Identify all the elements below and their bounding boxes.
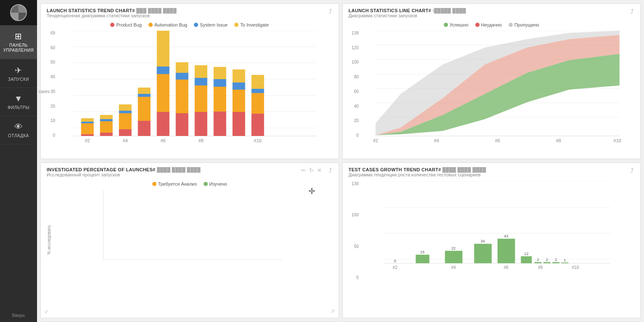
main-content: LAUNCH STATISTICS TREND CHART# ███ ████ … [37,0,644,322]
svg-text:#4: #4 [123,138,128,143]
trend-chart-share-button[interactable]: ⤴ [328,8,333,15]
trend-chart-area: cases [57,31,333,146]
svg-rect-47 [252,75,264,89]
sidebar-item-filters-label: ФИЛЬТРЫ [8,105,29,110]
legend-automation-bug-label: Automation Bug [154,22,187,27]
line-chart-title-muted: t█████ ████ [432,8,466,13]
svg-rect-22 [138,94,151,97]
move-cursor-icon[interactable]: ✛ [308,186,315,196]
line-chart-title: LAUNCH STATISTICS LINE CHART# t█████ ███… [349,8,466,13]
investigated-chart-share-button[interactable]: ⤴ [328,167,333,174]
svg-rect-37 [214,87,226,112]
svg-rect-38 [214,79,226,87]
trend-y-label: cases [39,89,50,94]
svg-rect-28 [176,113,188,136]
legend-system-issue: System Issue [194,22,228,27]
svg-rect-86 [521,256,532,263]
svg-rect-25 [157,74,170,112]
trend-y-axis: 69 60 50 40 30 20 10 0 [47,31,57,146]
sidebar-item-debug[interactable]: 👁 ОТЛАДКА [0,116,37,144]
svg-rect-26 [157,67,170,74]
svg-rect-46 [252,89,264,93]
line-chart-subtitle: Диаграмма статистики запусков [349,13,466,18]
svg-rect-18 [119,111,132,113]
svg-text:#4: #4 [451,265,456,270]
svg-rect-27 [157,31,170,67]
sidebar-back-button[interactable]: Вверх [0,309,37,322]
sidebar-item-filters[interactable]: ▼ ФИЛЬТРЫ [0,88,37,116]
svg-rect-13 [100,121,113,133]
growth-chart-actions: ⤴ [630,167,634,174]
sidebar-item-launches[interactable]: ✈ ЗАПУСКИ [0,59,37,88]
svg-rect-42 [233,82,245,90]
trend-chart-svg: #2 #4 #6 #8 #10 [57,31,333,144]
legend-product-bug: Product Bug [110,22,142,27]
legend-skipped: Пропущено [509,22,539,27]
svg-text:#4: #4 [434,138,439,143]
investigated-chart-legend: Требуется Анализ Изучено [47,181,333,186]
growth-chart-title-muted: ████ ████ ████ [443,167,486,172]
sidebar-item-launches-label: ЗАПУСКИ [8,77,29,82]
svg-text:43: 43 [504,234,508,238]
svg-rect-36 [214,112,226,136]
svg-rect-20 [138,121,151,136]
svg-text:1: 1 [564,258,566,262]
legend-success: Успешно [444,22,469,27]
legend-to-investigate-label: To Investigate [240,22,269,27]
legend-investigated: Изучено [204,181,227,186]
growth-chart-share-button[interactable]: ⤴ [630,167,634,174]
sidebar-item-dashboard-label: ПАНЕЛЬУПРАВЛЕНИЯ [3,43,34,53]
line-y-axis: 138 120 100 80 60 40 20 0 [349,31,360,146]
svg-text:34: 34 [480,239,485,243]
svg-text:#6: #6 [504,265,509,270]
svg-text:#2: #2 [392,265,398,270]
legend-failed-label: Неудачно [481,22,502,27]
resize-handle-tl[interactable]: ⇙ [44,308,49,314]
legend-skipped-label: Пропущено [514,22,539,27]
investigated-chart-panel: INVESTIGATED PERCENTAGE OF LAUNCHES# ███… [40,162,339,318]
svg-rect-17 [119,113,132,129]
svg-text:12: 12 [524,252,528,256]
legend-skipped-dot [509,23,513,27]
legend-success-dot [444,23,448,27]
legend-automation-bug: Automation Bug [148,22,187,27]
svg-rect-78 [416,255,429,263]
svg-rect-41 [233,90,245,112]
legend-needs-analysis-label: Требуется Анализ [158,181,197,186]
investigated-chart-title: INVESTIGATED PERCENTAGE OF LAUNCHES# ███… [47,167,201,172]
growth-chart-title: TEST CASES GROWTH TREND CHART# ████ ████… [349,167,486,172]
sidebar-back-label: Вверх [12,313,25,318]
investigated-chart-title-muted: ████ ████ ████ [157,167,201,172]
sidebar-item-debug-label: ОТЛАДКА [8,133,29,138]
svg-text:#6: #6 [495,138,500,143]
svg-text:#2: #2 [373,138,378,143]
svg-rect-39 [214,67,226,79]
svg-rect-23 [138,88,151,94]
svg-text:#10: #10 [572,265,579,270]
line-chart-share-button[interactable]: ⤴ [630,8,634,15]
svg-rect-11 [81,118,94,122]
growth-y-axis: 138 100 50 5 [349,181,360,288]
svg-text:#2: #2 [85,138,90,143]
svg-rect-31 [176,62,188,73]
resize-handle-br[interactable]: ⇗ [330,308,335,314]
line-chart-legend: Успешно Неудачно Пропущено [349,22,635,27]
line-chart-actions: ⤴ [630,8,634,15]
svg-rect-12 [100,133,113,136]
svg-rect-21 [138,97,151,121]
svg-text:#10: #10 [613,138,621,143]
investigated-chart-actions: ⤴ [328,167,333,174]
svg-text:15: 15 [420,250,424,254]
svg-rect-80 [445,251,462,263]
svg-rect-16 [119,129,132,136]
investigated-chart-subtitle: Исследованный процент запусков [47,172,201,177]
svg-text:0: 0 [394,259,396,263]
investigated-edit-icons: ✏ ↻ ✕ [301,167,322,173]
growth-chart-subtitle: Диаграмма тенденции роста количества тес… [349,172,486,177]
refresh-icon[interactable]: ↻ [309,167,314,173]
svg-rect-40 [233,112,245,136]
legend-system-issue-label: System Issue [200,22,228,27]
edit-pencil-icon[interactable]: ✏ [301,167,306,173]
close-icon[interactable]: ✕ [317,167,322,173]
sidebar-item-dashboard[interactable]: ⊞ ПАНЕЛЬУПРАВЛЕНИЯ [0,25,37,59]
